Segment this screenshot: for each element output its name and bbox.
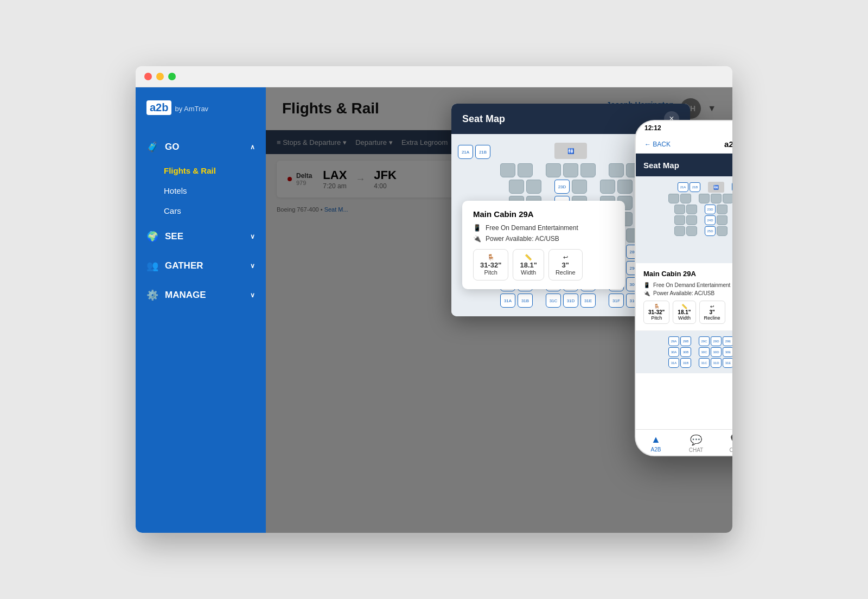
- nav-section-manage-header[interactable]: ⚙️ MANAGE ∨: [136, 282, 266, 309]
- phone-tab-chat[interactable]: 💬 CHAT: [676, 434, 716, 453]
- seat-22c[interactable]: [546, 163, 561, 177]
- seat-22e[interactable]: [580, 163, 596, 177]
- phone-tab-a2b[interactable]: ▲ A2B: [636, 434, 676, 453]
- phone-seat-map-header: Seat Map ×: [636, 154, 732, 176]
- entertainment-icon: 📱: [473, 224, 481, 232]
- gather-label: GATHER: [165, 260, 203, 271]
- seat-23e[interactable]: [572, 180, 587, 194]
- seat-31d[interactable]: 31D: [563, 294, 578, 308]
- browser-chrome: [136, 66, 732, 87]
- phone-power-text: Power Available: AC/USB: [653, 290, 714, 296]
- phone-pitch-icon: 🪑: [654, 304, 660, 309]
- seat-21b[interactable]: 21B: [475, 145, 490, 159]
- phone-seat-21f[interactable]: 21F: [732, 182, 732, 192]
- nav-section-gather-header[interactable]: 👥 GATHER ∨: [136, 252, 266, 279]
- browser-window: a2b by AmTrav 🧳 GO ∧ Flights & Rail Hot: [136, 66, 732, 533]
- phone-width-icon: 📏: [681, 304, 687, 309]
- phone-nav-bar: ← BACK a2b: [636, 135, 732, 154]
- phone-app-name: a2b: [724, 139, 732, 149]
- phone-width-value: 18.1": [678, 309, 691, 315]
- maximize-button[interactable]: [168, 73, 176, 80]
- width-icon: 📏: [525, 254, 532, 260]
- phone-toilet: 🚻: [708, 182, 724, 193]
- nav-section-go-header[interactable]: 🧳 GO ∧: [136, 133, 266, 161]
- go-chevron: ∧: [250, 143, 255, 151]
- nav-section-go: 🧳 GO ∧ Flights & Rail Hotels Cars: [136, 133, 266, 221]
- width-value: 18.1": [520, 261, 537, 269]
- phone-entertainment-text: Free On Demand Entertainment: [653, 282, 730, 288]
- manage-chevron: ∨: [250, 291, 255, 299]
- chat-tab-label: CHAT: [689, 447, 703, 453]
- phone-seat-21a[interactable]: 21A: [678, 182, 688, 192]
- seat-31c[interactable]: 31C: [546, 294, 561, 308]
- phone-tab-call[interactable]: 📞 CALL: [716, 434, 732, 453]
- sidebar-item-flights-rail[interactable]: Flights & Rail: [136, 161, 266, 181]
- minimize-button[interactable]: [156, 73, 164, 80]
- seat-23g[interactable]: [617, 180, 633, 194]
- seat-23b[interactable]: [526, 180, 541, 194]
- seat-31e[interactable]: 31E: [580, 294, 596, 308]
- entertainment-text: Free On Demand Entertainment: [486, 224, 578, 232]
- see-icon: 🌍: [146, 231, 158, 243]
- phone-recline-label: Recline: [704, 315, 720, 321]
- width-label: Width: [520, 269, 537, 276]
- seat-22b[interactable]: [518, 163, 533, 177]
- toilet-block: 🚻: [554, 143, 587, 159]
- gather-icon: 👥: [146, 260, 158, 272]
- main-content: Flights & Rail Joseph Harrington ATS Tra…: [266, 87, 732, 533]
- seat-21a[interactable]: 21A: [458, 145, 473, 159]
- phone-seat-23d[interactable]: 23D: [705, 205, 716, 214]
- sidebar: a2b by AmTrav 🧳 GO ∧ Flights & Rail Hot: [136, 87, 266, 533]
- phone-row-24: 24D: [640, 215, 732, 225]
- see-chevron: ∨: [250, 233, 255, 240]
- call-tab-label: CALL: [729, 447, 732, 453]
- seat-22a[interactable]: [500, 163, 515, 177]
- logo-byline: by AmTrav: [175, 105, 208, 113]
- close-button[interactable]: [144, 73, 152, 80]
- sidebar-logo: a2b by AmTrav: [136, 87, 266, 128]
- nav-section-see: 🌍 SEE ∨: [136, 223, 266, 250]
- popup-specs: 🪑 31-32" Pitch 📏 18.1" Width ↩ 3": [473, 249, 614, 281]
- modal-title: Seat Map: [462, 113, 505, 125]
- spec-recline: ↩ 3" Recline: [548, 249, 583, 281]
- sidebar-item-hotels[interactable]: Hotels: [136, 181, 266, 201]
- phone-power-icon: 🔌: [643, 290, 650, 296]
- phone-row-25: 25D: [640, 226, 732, 236]
- pitch-icon: 🪑: [487, 254, 495, 260]
- spec-pitch: 🪑 31-32" Pitch: [473, 249, 508, 281]
- phone-back-arrow[interactable]: ← BACK: [644, 141, 671, 148]
- pitch-label: Pitch: [480, 269, 501, 276]
- power-icon: 🔌: [473, 235, 481, 243]
- spec-width: 📏 18.1" Width: [513, 249, 544, 281]
- nav-section-gather: 👥 GATHER ∨: [136, 252, 266, 279]
- logo-a2b: a2b: [146, 100, 171, 115]
- phone-tab-bar: ▲ A2B 💬 CHAT 📞 CALL 👤 PROFILE: [636, 429, 732, 455]
- phone-seat-25d[interactable]: 25D: [705, 226, 716, 236]
- seat-22f[interactable]: [609, 163, 624, 177]
- phone-seat-24d[interactable]: 24D: [705, 215, 716, 225]
- phone-spec-width: 📏 18.1" Width: [673, 301, 695, 324]
- phone-spec-pitch: 🪑 31-32" Pitch: [643, 301, 669, 324]
- phone-row-31: 31A 31B 31C 31D 31E 31F 31G: [640, 358, 732, 368]
- manage-label: MANAGE: [165, 290, 206, 301]
- nav-section-see-header[interactable]: 🌍 SEE ∨: [136, 223, 266, 250]
- nav-section-manage: ⚙️ MANAGE ∨: [136, 282, 266, 309]
- phone-spec-recline: ↩ 3" Recline: [699, 301, 725, 324]
- phone-row-29: 29A 29B 29C 29D 29E 29G: [640, 336, 732, 346]
- seat-info-popup: Main Cabin 29A 📱 Free On Demand Entertai…: [462, 201, 625, 289]
- seat-22d[interactable]: [563, 163, 578, 177]
- seat-23a[interactable]: [509, 180, 524, 194]
- seat-31f[interactable]: 31F: [609, 294, 624, 308]
- seat-23f[interactable]: [600, 180, 615, 194]
- sidebar-item-cars[interactable]: Cars: [136, 201, 266, 221]
- phone-time: 12:12: [644, 124, 661, 132]
- phone-seat-map-content[interactable]: 21A 21B 🚻 21F 21G: [636, 176, 732, 263]
- phone-bottom-seats[interactable]: 29A 29B 29C 29D 29E 29G 30A 30B: [636, 331, 732, 373]
- phone-recline-value: 3": [704, 309, 720, 315]
- mobile-phone: 12:12 ▲ ))) 🔋 ← BACK a2b Seat Map × 21A: [635, 120, 732, 456]
- phone-seat-21b[interactable]: 21B: [690, 182, 700, 192]
- seat-31a[interactable]: 31A: [500, 294, 515, 308]
- power-text: Power Available: AC/USB: [486, 235, 559, 243]
- seat-31b[interactable]: 31B: [518, 294, 533, 308]
- seat-23d[interactable]: 23D: [554, 180, 570, 194]
